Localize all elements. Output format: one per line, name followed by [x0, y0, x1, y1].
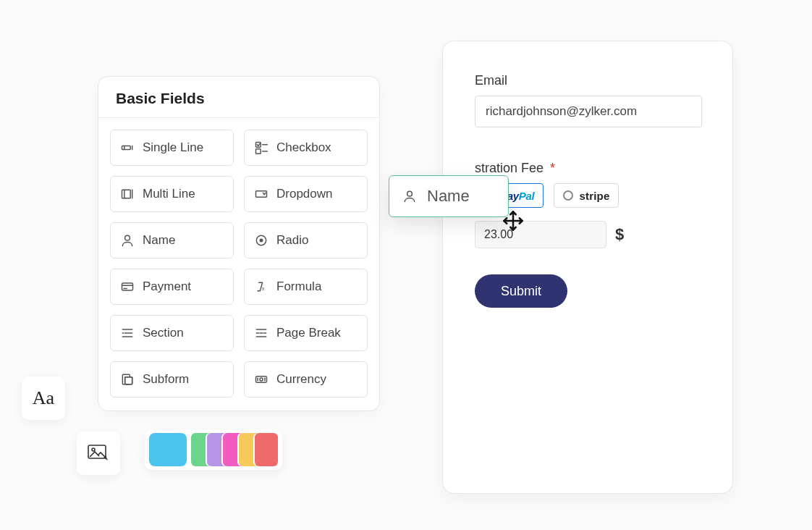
- field-payment[interactable]: Payment: [110, 269, 234, 305]
- formula-icon: x: [253, 279, 269, 295]
- image-edit-icon: [88, 445, 109, 462]
- radio-icon: [563, 190, 573, 201]
- move-cursor-icon: [502, 210, 524, 235]
- field-dropdown[interactable]: Dropdown: [244, 176, 368, 212]
- basic-fields-panel: Basic Fields Single LineCheckboxMulti Li…: [98, 76, 380, 411]
- field-label: Name: [143, 233, 175, 248]
- field-label: Single Line: [143, 140, 203, 155]
- multiline-icon: [119, 186, 135, 202]
- field-radio[interactable]: Radio: [244, 222, 368, 258]
- field-label: Section: [143, 326, 184, 340]
- image-tool-button[interactable]: [77, 432, 120, 475]
- payment-icon: [119, 279, 135, 295]
- field-label: Page Break: [276, 326, 341, 340]
- field-subform[interactable]: Subform: [110, 361, 234, 398]
- field-label: Dropdown: [276, 187, 333, 201]
- svg-point-11: [125, 235, 130, 240]
- svg-text:x: x: [262, 285, 265, 292]
- svg-point-13: [260, 239, 263, 243]
- dropdown-icon: [253, 186, 269, 202]
- field-checkbox[interactable]: Checkbox: [244, 130, 368, 166]
- svg-point-31: [260, 378, 263, 381]
- pagebreak-icon: [253, 325, 269, 341]
- field-label: Currency: [276, 372, 326, 387]
- field-label: Subform: [143, 372, 189, 387]
- field-label: Payment: [143, 279, 191, 294]
- registration-fee-label-text: stration Fee: [475, 161, 544, 175]
- checkbox-icon: [253, 140, 269, 156]
- basic-fields-grid: Single LineCheckboxMulti LineDropdownNam…: [98, 118, 379, 411]
- svg-point-38: [92, 448, 95, 451]
- registration-fee-label: stration Fee *: [475, 161, 701, 176]
- dollar-icon: $: [615, 225, 624, 244]
- field-label: Multi Line: [143, 187, 195, 201]
- stripe-logo: stripe: [579, 190, 609, 202]
- field-label: Checkbox: [276, 140, 331, 155]
- section-icon: [119, 325, 135, 341]
- field-currency[interactable]: Currency: [244, 361, 368, 398]
- singleline-icon: [119, 140, 135, 156]
- person-icon: [401, 188, 418, 205]
- color-palette[interactable]: [145, 429, 282, 470]
- amount-field[interactable]: [475, 221, 606, 248]
- stripe-option[interactable]: stripe: [554, 183, 619, 208]
- radio-icon: [253, 232, 269, 248]
- dragging-label: Name: [427, 187, 470, 206]
- svg-rect-0: [122, 146, 131, 150]
- email-field[interactable]: [475, 96, 702, 127]
- basic-fields-title: Basic Fields: [98, 77, 379, 118]
- font-tool-button[interactable]: Aa: [22, 377, 65, 420]
- form-preview-panel: Email stration Fee * PayPal stripe $ Sub…: [442, 41, 733, 494]
- submit-button[interactable]: Submit: [475, 274, 567, 308]
- person-icon: [119, 232, 135, 248]
- svg-rect-4: [256, 149, 261, 154]
- svg-rect-28: [125, 377, 132, 384]
- field-multiline[interactable]: Multi Line: [110, 176, 234, 212]
- email-label: Email: [475, 73, 701, 88]
- field-label: Formula: [276, 279, 321, 294]
- field-formula[interactable]: xFormula: [244, 269, 368, 305]
- dragging-field-name[interactable]: Name: [389, 175, 509, 217]
- field-label: Radio: [276, 233, 308, 248]
- subform-icon: [119, 371, 135, 387]
- field-pagebreak[interactable]: Page Break: [244, 315, 368, 351]
- svg-rect-14: [122, 283, 133, 290]
- field-person[interactable]: Name: [110, 222, 234, 258]
- color-swatch[interactable]: [255, 433, 278, 466]
- currency-icon: [253, 371, 269, 387]
- required-asterisk: *: [550, 161, 555, 175]
- field-singleline[interactable]: Single Line: [110, 130, 234, 166]
- color-swatch[interactable]: [149, 433, 187, 466]
- svg-point-34: [407, 191, 413, 196]
- field-section[interactable]: Section: [110, 315, 234, 351]
- svg-rect-7: [122, 190, 131, 198]
